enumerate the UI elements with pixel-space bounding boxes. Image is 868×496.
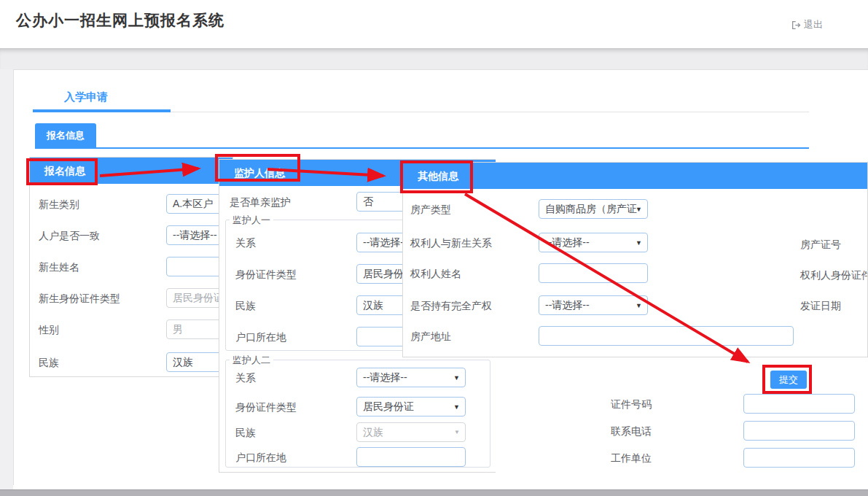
field-label: 新生身份证件类型	[39, 292, 120, 306]
field-label: 关系	[235, 372, 256, 385]
field-label: 工作单位	[611, 452, 652, 465]
field-label: 发证日期	[800, 300, 841, 313]
property-type-select[interactable]: 自购商品房（房产证▼	[539, 199, 648, 219]
field-label: 房产类型	[410, 204, 451, 217]
page-gutter	[0, 69, 13, 489]
logout-button[interactable]: 退出	[791, 18, 823, 31]
field-label: 新生姓名	[39, 261, 79, 274]
panel-header-registration: 报名信息	[30, 158, 232, 184]
field-label: 民族	[39, 357, 59, 370]
field-label: 身份证件类型	[235, 268, 297, 282]
field-label: 权利人身份证件号	[800, 269, 868, 282]
enrollment-system-screen: 公办小一招生网上预报名系统 退出 入学申请 报名信息 提交 证件号码 联系电话 …	[0, 0, 868, 496]
field-label: 民族	[235, 427, 256, 440]
chevron-down-icon: ▼	[453, 398, 460, 416]
full-ownership-select[interactable]: --请选择--▼	[539, 295, 648, 315]
guardian2-household-location-input[interactable]	[356, 447, 466, 467]
owner-name-input[interactable]	[539, 263, 648, 283]
field-label: 性别	[39, 324, 59, 337]
other-info-panel: 其他信息 房产类型 自购商品房（房产证▼ 权利人与新生关系 --请选择--▼ 权…	[402, 162, 868, 357]
chevron-down-icon: ▼	[636, 233, 642, 252]
sub-tab-rule	[35, 147, 809, 149]
field-label: 权利人姓名	[410, 268, 461, 281]
id-number-input[interactable]	[743, 394, 855, 414]
sign-out-icon	[791, 20, 801, 30]
property-address-input[interactable]	[539, 326, 794, 346]
header-divider-band	[0, 48, 868, 69]
field-label: 户口所在地	[235, 452, 286, 465]
page-title: 公办小一招生网上预报名系统	[16, 10, 224, 31]
work-unit-input[interactable]	[743, 448, 855, 468]
contact-phone-input[interactable]	[743, 421, 855, 441]
field-label: 房产证号	[800, 239, 841, 252]
logout-label: 退出	[804, 18, 823, 31]
tab-registration-info[interactable]: 报名信息	[35, 123, 96, 147]
field-label: 权利人与新生关系	[410, 237, 492, 250]
chevron-down-icon: ▼	[636, 296, 642, 315]
horizontal-scrollbar[interactable]	[0, 489, 868, 496]
guardian2-ethnicity-select: 汉族▼	[356, 422, 466, 442]
tab-row-rule	[171, 112, 809, 112]
active-tab-indicator	[33, 109, 171, 112]
guardian2-id-type-select[interactable]: 居民身份证▼	[356, 397, 466, 416]
guardian-two-legend: 监护人二	[230, 354, 273, 367]
field-label: 新生类别	[39, 198, 79, 212]
field-label: 房产地址	[410, 330, 451, 344]
field-label: 关系	[235, 237, 256, 250]
chevron-down-icon: ▼	[454, 423, 460, 442]
field-label: 人户是否一致	[39, 230, 100, 243]
chevron-down-icon: ▼	[453, 368, 460, 387]
owner-relation-select[interactable]: --请选择--▼	[539, 233, 648, 252]
panel-header-other: 其他信息	[403, 163, 867, 189]
tab-enrollment-application[interactable]: 入学申请	[64, 90, 108, 104]
field-label: 是否单亲监护	[230, 196, 291, 209]
field-label: 身份证件类型	[235, 401, 297, 414]
field-label: 户口所在地	[235, 331, 286, 344]
registration-info-panel: 报名信息 新生类别 A.本区户▼ 人户是否一致 --请选择--▼ 新生姓名 新生…	[29, 157, 233, 377]
field-label: 是否持有完全产权	[410, 300, 492, 313]
guardian-one-legend: 监护人一	[230, 214, 273, 227]
field-label: 民族	[235, 300, 256, 313]
field-label: 联系电话	[611, 425, 652, 438]
chevron-down-icon: ▼	[636, 200, 642, 219]
field-label: 证件号码	[611, 398, 652, 411]
submit-button[interactable]: 提交	[770, 371, 807, 389]
guardian2-relation-select[interactable]: --请选择--▼	[356, 368, 466, 387]
